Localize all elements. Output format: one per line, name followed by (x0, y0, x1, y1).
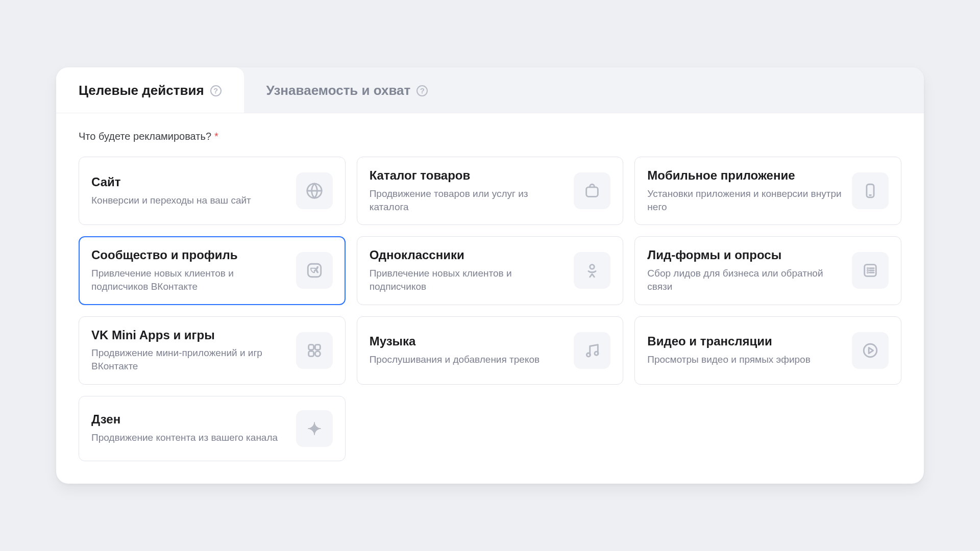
svg-point-9 (867, 270, 868, 271)
card-title: Одноклассники (370, 248, 565, 263)
card-desc: Привлечение новых клиентов и подписчиков… (91, 267, 287, 293)
form-icon (852, 252, 889, 289)
card-desc: Продвижение контента из вашего канала (91, 431, 287, 444)
card-desc: Установки приложения и конверсии внутри … (647, 187, 843, 213)
ok-icon (574, 252, 610, 289)
card-lead-forms[interactable]: Лид-формы и опросы Сбор лидов для бизнес… (634, 236, 901, 305)
tab-label: Целевые действия (79, 83, 204, 98)
vk-icon (296, 252, 333, 289)
dzen-icon (296, 410, 333, 447)
card-desc: Продвижение мини-приложений и игр ВКонта… (91, 346, 287, 372)
card-mini-apps[interactable]: VK Mini Apps и игры Продвижение мини-при… (79, 316, 346, 385)
card-title: Сайт (91, 175, 287, 190)
card-title: VK Mini Apps и игры (91, 328, 287, 343)
card-title: Видео и трансляции (647, 334, 843, 349)
card-music[interactable]: Музыка Прослушивания и добавления треков (357, 316, 624, 385)
card-desc: Привлечение новых клиентов и подписчиков (370, 267, 565, 293)
panel-content: Что будете рекламировать? * Сайт Конверс… (56, 113, 924, 483)
objective-cards-grid: Сайт Конверсии и переходы на ваш сайт Ка… (79, 157, 901, 461)
card-title: Лид-формы и опросы (647, 248, 843, 263)
svg-rect-15 (308, 351, 313, 356)
smartphone-icon (852, 172, 889, 209)
svg-point-5 (590, 265, 595, 269)
help-icon[interactable]: ? (210, 85, 222, 96)
campaign-objective-panel: Целевые действия ? Узнаваемость и охват … (56, 67, 924, 483)
svg-point-7 (867, 268, 868, 269)
card-desc: Сбор лидов для бизнеса или обратной связ… (647, 267, 843, 293)
card-title: Сообщество и профиль (91, 248, 287, 263)
card-site[interactable]: Сайт Конверсии и переходы на ваш сайт (79, 157, 346, 225)
svg-marker-20 (869, 347, 873, 353)
card-title: Дзен (91, 412, 287, 427)
play-icon (852, 332, 889, 369)
help-icon[interactable]: ? (416, 85, 428, 96)
globe-icon (296, 172, 333, 209)
svg-rect-13 (308, 344, 313, 349)
svg-point-17 (587, 353, 591, 357)
svg-point-16 (315, 351, 320, 356)
card-community-profile[interactable]: Сообщество и профиль Привлечение новых к… (79, 236, 346, 305)
question-label: Что будете рекламировать? * (79, 131, 901, 142)
objective-tabs: Целевые действия ? Узнаваемость и охват … (56, 67, 924, 113)
svg-rect-14 (315, 344, 320, 349)
tab-awareness-reach[interactable]: Узнаваемость и охват ? (244, 67, 451, 113)
apps-icon (296, 332, 333, 369)
svg-rect-1 (586, 187, 598, 196)
required-mark: * (214, 131, 218, 142)
card-desc: Прослушивания и добавления треков (370, 353, 565, 366)
card-title: Музыка (370, 334, 565, 349)
tab-label: Узнаваемость и охват (266, 83, 411, 98)
card-desc: Просмотры видео и прямых эфиров (647, 353, 843, 366)
bag-icon (574, 172, 610, 209)
svg-point-19 (864, 344, 877, 357)
card-desc: Продвижение товаров или услуг из каталог… (370, 187, 565, 213)
svg-point-18 (595, 352, 598, 355)
card-mobile-app[interactable]: Мобильное приложение Установки приложени… (634, 157, 901, 225)
tab-target-actions[interactable]: Целевые действия ? (56, 67, 244, 113)
music-icon (574, 332, 610, 369)
card-video[interactable]: Видео и трансляции Просмотры видео и пря… (634, 316, 901, 385)
question-text: Что будете рекламировать? (79, 131, 211, 142)
svg-point-11 (867, 272, 868, 273)
card-dzen[interactable]: Дзен Продвижение контента из вашего кана… (79, 396, 346, 461)
card-title: Каталог товаров (370, 168, 565, 183)
card-catalog[interactable]: Каталог товаров Продвижение товаров или … (357, 157, 624, 225)
card-odnoklassniki[interactable]: Одноклассники Привлечение новых клиентов… (357, 236, 624, 305)
card-title: Мобильное приложение (647, 168, 843, 183)
card-desc: Конверсии и переходы на ваш сайт (91, 194, 287, 207)
